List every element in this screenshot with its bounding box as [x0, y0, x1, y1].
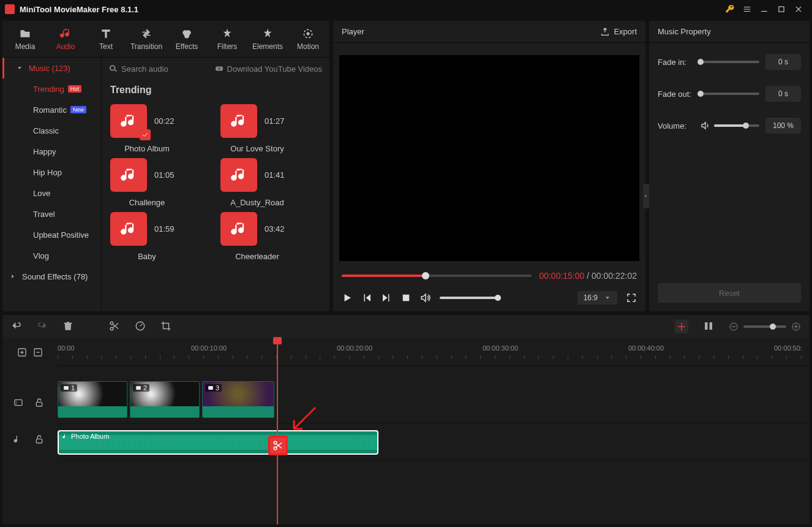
fade-in-label: Fade in: [658, 58, 694, 67]
playhead[interactable] [277, 338, 278, 525]
youtube-icon [215, 64, 224, 73]
snap-button[interactable] [703, 320, 714, 333]
tab-filters[interactable]: Filters [207, 21, 247, 57]
zoom-out-button[interactable] [729, 322, 739, 332]
tab-elements[interactable]: Elements [247, 21, 288, 57]
tab-motion[interactable]: Motion [288, 21, 328, 57]
svg-point-5 [307, 32, 310, 35]
video-track[interactable]: 1 2 3 [58, 381, 810, 424]
audio-clip-item[interactable]: 01:05 Challenge [110, 158, 208, 207]
category-sidebar: Music (123) TrendingHot RomanticNew Clas… [2, 58, 102, 311]
category-hip-hop[interactable]: Hip Hop [2, 162, 101, 183]
checkmark-icon [140, 129, 151, 140]
audio-clip-item[interactable]: 01:59 Baby [110, 212, 208, 261]
prop-volume-value[interactable]: 100 % [765, 118, 801, 134]
tab-audio[interactable]: Audio [45, 21, 86, 57]
speaker-icon [701, 121, 710, 131]
category-trending[interactable]: TrendingHot [2, 78, 101, 99]
fade-out-slider[interactable] [701, 93, 759, 95]
crop-button[interactable] [160, 320, 171, 333]
maximize-button[interactable] [773, 1, 790, 18]
svg-rect-25 [208, 386, 213, 390]
tab-media[interactable]: Media [5, 21, 45, 57]
video-clip[interactable]: 2 [130, 381, 200, 418]
music-note-icon [220, 158, 257, 192]
tracks-area[interactable]: 00:00 00:00:10:00 00:00:20:00 00:00:30:0… [58, 338, 810, 525]
music-note-icon [220, 212, 257, 246]
aspect-ratio-select[interactable]: 16:9 [577, 291, 617, 305]
category-happy[interactable]: Happy [2, 141, 101, 162]
fade-out-value[interactable]: 0 s [765, 86, 801, 102]
category-classic[interactable]: Classic [2, 120, 101, 141]
section-title: Trending [102, 80, 329, 98]
svg-rect-17 [15, 400, 22, 405]
reset-button[interactable]: Reset [658, 283, 801, 303]
fullscreen-button[interactable] [626, 292, 637, 303]
prop-volume-slider[interactable] [714, 124, 759, 127]
split-at-playhead-button[interactable] [268, 436, 288, 455]
category-love[interactable]: Love [2, 183, 101, 203]
fade-in-slider[interactable] [701, 61, 759, 63]
zoom-slider[interactable] [743, 325, 786, 328]
svg-point-19 [16, 402, 17, 403]
search-icon [109, 64, 118, 73]
player-panel: Player Export 00:00:15:00 / 00:00:22:02 [333, 21, 645, 311]
video-clip[interactable]: 1 [58, 381, 127, 418]
volume-icon[interactable] [420, 292, 431, 303]
tab-text[interactable]: Text [86, 21, 126, 57]
lock-icon[interactable] [34, 434, 44, 444]
svg-rect-11 [705, 322, 708, 330]
collapse-panel-button[interactable] [643, 184, 649, 208]
progress-slider[interactable] [342, 275, 532, 277]
audio-clip-item[interactable]: 01:27 Our Love Story [220, 104, 318, 153]
add-track-button[interactable] [17, 347, 27, 357]
time-display: 00:00:15:00 / 00:00:22:02 [539, 271, 637, 281]
export-button[interactable]: Export [600, 27, 637, 37]
download-youtube-link[interactable]: Download YouTube Videos [215, 64, 322, 74]
timeline-panel: 00:00 00:00:10:00 00:00:20:00 00:00:30:0… [2, 315, 810, 525]
stop-button[interactable] [400, 292, 412, 303]
prev-frame-button[interactable] [361, 292, 372, 303]
audio-clip-item[interactable]: 01:41 A_Dusty_Road [220, 158, 318, 207]
speed-button[interactable] [135, 320, 146, 333]
audio-clip-item[interactable]: 03:42 Cheerleader [220, 212, 318, 261]
video-clip[interactable]: 3 [202, 381, 274, 418]
category-romantic[interactable]: RomanticNew [2, 99, 101, 120]
library-panel: Media Audio Text Transition Effects Filt… [2, 21, 329, 311]
timeline-ruler[interactable]: 00:00 00:00:10:00 00:00:20:00 00:00:30:0… [58, 338, 810, 366]
next-frame-button[interactable] [381, 292, 392, 303]
audio-clip-item[interactable]: 00:22 Photo Album [110, 104, 208, 153]
svg-point-3 [184, 33, 189, 38]
minimize-button[interactable] [756, 1, 773, 18]
undo-button[interactable] [11, 320, 22, 333]
category-sfx-header[interactable]: Sound Effects (78) [2, 266, 101, 287]
fade-in-value[interactable]: 0 s [765, 54, 801, 70]
volume-slider[interactable] [440, 297, 501, 299]
close-button[interactable] [790, 1, 807, 18]
play-button[interactable] [342, 292, 353, 303]
split-button[interactable] [109, 320, 120, 333]
remove-track-button[interactable] [33, 347, 43, 357]
video-preview[interactable] [339, 55, 639, 261]
main-tabs: Media Audio Text Transition Effects Filt… [2, 21, 329, 58]
tab-transition[interactable]: Transition [126, 21, 167, 57]
category-music-header[interactable]: Music (123) [2, 58, 101, 78]
svg-rect-7 [403, 295, 410, 301]
hot-badge: Hot [68, 85, 81, 93]
svg-rect-22 [36, 439, 42, 443]
hamburger-menu-icon[interactable] [739, 1, 756, 18]
category-vlog[interactable]: Vlog [2, 245, 101, 266]
category-travel[interactable]: Travel [2, 203, 101, 224]
audio-track[interactable]: Photo Album [58, 430, 810, 461]
tab-effects[interactable]: Effects [167, 21, 207, 57]
zoom-in-button[interactable] [791, 322, 801, 332]
activate-key-icon[interactable] [721, 1, 739, 18]
search-input[interactable]: Search audio [109, 64, 210, 74]
delete-button[interactable] [62, 320, 73, 333]
lock-icon[interactable] [34, 398, 44, 408]
redo-button[interactable] [37, 320, 48, 333]
auto-reframe-button[interactable] [675, 320, 688, 333]
category-upbeat[interactable]: Upbeat Positive [2, 224, 101, 245]
audio-track-icon [13, 434, 23, 444]
audio-clip[interactable]: Photo Album [58, 430, 378, 455]
